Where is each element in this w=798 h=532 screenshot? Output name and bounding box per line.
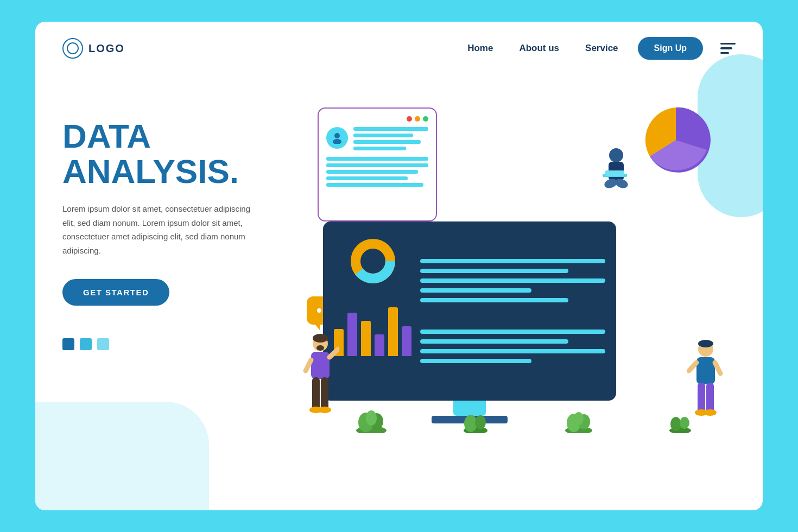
svg-rect-17 bbox=[312, 377, 320, 410]
person-sitting bbox=[594, 145, 638, 205]
bar-4 bbox=[375, 334, 384, 356]
svg-point-40 bbox=[574, 412, 584, 425]
profile-data-lines bbox=[353, 127, 428, 150]
card-bottom-lines bbox=[326, 157, 428, 187]
plants-row bbox=[318, 406, 730, 433]
svg-line-15 bbox=[330, 349, 338, 357]
data-line-1 bbox=[420, 259, 605, 263]
plant-1 bbox=[355, 406, 388, 433]
profile-card bbox=[318, 107, 437, 221]
dot-green bbox=[423, 116, 428, 122]
monitor-screen bbox=[323, 221, 616, 401]
svg-point-0 bbox=[334, 133, 340, 138]
svg-rect-18 bbox=[321, 377, 328, 410]
plant-2 bbox=[462, 411, 489, 433]
main-content: DATA ANALYSIS. Lorem ipsum dolor sit ame… bbox=[35, 75, 763, 504]
svg-line-24 bbox=[689, 363, 696, 371]
nav-about[interactable]: About us bbox=[519, 43, 559, 54]
hero-title-line1: DATA bbox=[62, 117, 151, 155]
svg-point-42 bbox=[670, 417, 681, 431]
hamburger-line-2 bbox=[720, 47, 732, 49]
donut-chart-svg bbox=[349, 237, 397, 286]
nav-service[interactable]: Service bbox=[585, 43, 618, 54]
hamburger-line-3 bbox=[720, 52, 729, 54]
svg-point-33 bbox=[366, 410, 377, 426]
monitor bbox=[323, 221, 616, 422]
dot-1 bbox=[62, 338, 74, 350]
hero-title-line2: ANALYSIS. bbox=[62, 153, 239, 190]
bar-2 bbox=[347, 313, 357, 356]
svg-point-22 bbox=[698, 340, 713, 347]
bar-5 bbox=[388, 307, 398, 356]
data-line-3 bbox=[420, 278, 605, 283]
svg-rect-14 bbox=[311, 352, 330, 379]
svg-rect-23 bbox=[696, 357, 715, 384]
data-line-8 bbox=[420, 349, 605, 353]
data-line-6 bbox=[420, 330, 605, 334]
svg-line-16 bbox=[306, 360, 311, 371]
data-line-5 bbox=[420, 298, 568, 302]
illustration-area bbox=[296, 86, 736, 466]
data-line-9 bbox=[420, 359, 531, 363]
hamburger-line-1 bbox=[720, 43, 736, 45]
svg-rect-5 bbox=[605, 170, 624, 176]
main-card: LOGO Home About us Service Sign Up DATA … bbox=[35, 22, 763, 510]
navbar: LOGO Home About us Service Sign Up bbox=[35, 22, 763, 75]
hamburger-menu[interactable] bbox=[720, 43, 736, 54]
avatar-icon bbox=[326, 127, 348, 149]
signup-button[interactable]: Sign Up bbox=[638, 37, 703, 60]
data-line-7 bbox=[420, 339, 568, 344]
dot-3 bbox=[97, 338, 109, 350]
decorative-dots bbox=[62, 338, 296, 350]
logo-inner-circle bbox=[67, 42, 79, 54]
plant-3 bbox=[564, 409, 594, 433]
nav-home[interactable]: Home bbox=[467, 43, 493, 54]
dot-yellow bbox=[415, 116, 420, 122]
data-line-2 bbox=[420, 269, 568, 273]
logo-icon bbox=[62, 38, 83, 59]
pie-chart bbox=[638, 102, 714, 178]
svg-point-13 bbox=[316, 345, 324, 351]
bar-3 bbox=[361, 321, 371, 356]
svg-point-12 bbox=[313, 334, 328, 343]
logo-text: LOGO bbox=[88, 42, 125, 55]
dot-red bbox=[407, 116, 412, 122]
svg-point-36 bbox=[475, 415, 486, 429]
chat-dot-1 bbox=[317, 308, 321, 313]
hero-description: Lorem ipsum dolor sit amet, consectetuer… bbox=[62, 202, 263, 257]
svg-point-10 bbox=[361, 249, 385, 273]
get-started-button[interactable]: GET STARTED bbox=[62, 279, 169, 306]
svg-point-43 bbox=[680, 417, 689, 429]
plant-4 bbox=[668, 414, 693, 433]
monitor-right-panel bbox=[420, 231, 605, 391]
data-line-4 bbox=[420, 288, 531, 293]
monitor-left-panel bbox=[334, 231, 411, 391]
nav-links: Home About us Service bbox=[467, 43, 618, 54]
dot-2 bbox=[80, 338, 92, 350]
svg-point-2 bbox=[609, 148, 623, 162]
logo-area: LOGO bbox=[62, 38, 125, 59]
svg-point-1 bbox=[333, 139, 341, 144]
svg-line-25 bbox=[715, 363, 720, 373]
hero-left: DATA ANALYSIS. Lorem ipsum dolor sit ame… bbox=[62, 86, 296, 350]
profile-card-inner bbox=[326, 127, 428, 150]
hero-title: DATA ANALYSIS. bbox=[62, 118, 296, 189]
card-dots bbox=[326, 116, 428, 122]
bar-6 bbox=[402, 326, 411, 356]
bar-chart bbox=[334, 302, 411, 356]
